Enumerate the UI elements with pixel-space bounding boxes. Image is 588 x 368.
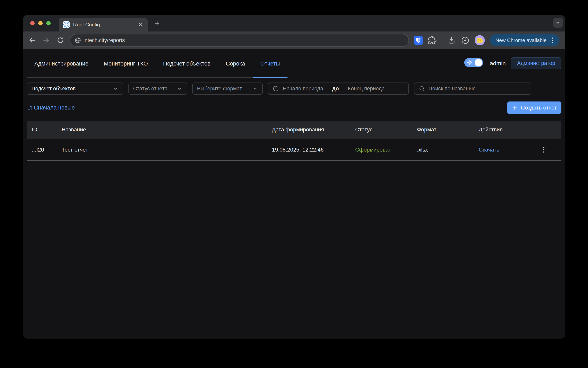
browser-tabstrip: Root Config (23, 15, 565, 31)
user-role-badge[interactable]: Администратор (511, 57, 561, 69)
tab-search-chevron-button[interactable] (553, 18, 563, 28)
app-header: Администрирование Мониторинг ТКО Подсчет… (27, 49, 561, 78)
nav-tab-soroka[interactable]: Сорока (218, 49, 253, 77)
nav-tab-administration[interactable]: Администрирование (27, 49, 96, 77)
nav-tab-monitoring-tko[interactable]: Мониторинг ТКО (96, 49, 156, 77)
avatar-cheese-icon (477, 37, 483, 43)
browser-menu-kebab-icon[interactable] (550, 37, 555, 44)
performance-leaf-icon[interactable] (461, 36, 470, 45)
cell-status: Сформирован (355, 147, 417, 153)
cell-id: ...f20 (27, 147, 62, 153)
col-header-date: Дата формирования (272, 127, 355, 133)
username-label: admin (490, 60, 506, 67)
col-header-actions: Действия (479, 127, 561, 133)
downloads-icon[interactable] (447, 36, 456, 45)
url-text: ntech.city/reports (85, 37, 125, 43)
tab-close-icon[interactable] (138, 22, 144, 28)
report-format-placeholder: Выберите формат (197, 86, 242, 92)
reports-page: Администрирование Мониторинг ТКО Подсчет… (23, 49, 565, 339)
nav-tab-object-count[interactable]: Подсчет объектов (155, 49, 218, 77)
user-area: admin Администратор (464, 49, 561, 78)
search-input[interactable]: Поиск по названию (414, 83, 531, 95)
back-button[interactable] (27, 36, 37, 45)
actions-row: Сначала новые Создать отчет (27, 101, 561, 114)
toggle-knob (475, 59, 482, 66)
chevron-down-icon (252, 86, 258, 92)
report-type-select[interactable]: Подсчет объектов (27, 83, 123, 95)
forward-button[interactable] (42, 36, 51, 45)
cell-date: 19.08.2025, 12:22:46 (272, 147, 355, 153)
cell-format: .xlsx (417, 147, 479, 153)
close-window-button[interactable] (30, 21, 35, 25)
col-header-status: Статус (355, 127, 417, 133)
browser-tab[interactable]: Root Config (59, 18, 148, 31)
report-status-select[interactable]: Статус отчёта (128, 83, 187, 95)
chrome-update-label: New Chrome available (495, 37, 547, 43)
tab-favicon-icon (63, 21, 70, 28)
col-header-id: ID (27, 127, 62, 133)
period-end-placeholder[interactable]: Конец периода (348, 86, 385, 92)
plus-icon (512, 105, 518, 111)
sun-icon (467, 60, 472, 65)
app-nav-tabs: Администрирование Мониторинг ТКО Подсчет… (27, 49, 288, 78)
create-report-button[interactable]: Создать отчет (507, 101, 561, 114)
toolbar-extensions-area: New Chrome available (414, 34, 560, 46)
search-placeholder: Поиск по названию (428, 86, 476, 92)
tab-title: Root Config (73, 22, 138, 28)
sort-order-label: Сначала новые (34, 104, 75, 111)
reports-table: ID Название Дата формирования Статус Фор… (27, 121, 561, 161)
row-menu-kebab-icon[interactable] (540, 146, 548, 154)
new-tab-button[interactable] (152, 18, 162, 28)
chevron-down-icon (177, 86, 182, 92)
reload-button[interactable] (56, 36, 65, 45)
user-box: admin Администратор (490, 57, 561, 79)
nav-tab-reports[interactable]: Отчеты (253, 49, 288, 77)
profile-avatar[interactable] (475, 35, 485, 45)
chrome-update-button[interactable]: New Chrome available (490, 34, 560, 46)
cell-actions: Скачать (479, 146, 561, 154)
report-type-value: Подсчет объектов (31, 86, 76, 92)
theme-toggle[interactable] (464, 58, 483, 67)
period-range-picker[interactable]: Начало периода до Конец периода (268, 83, 409, 95)
address-bar[interactable]: ntech.city/reports (70, 34, 409, 46)
site-info-globe-icon[interactable] (74, 37, 81, 44)
clock-icon (273, 85, 279, 92)
create-report-label: Создать отчет (521, 105, 557, 111)
browser-window: Root Config (23, 15, 565, 339)
period-start-placeholder[interactable]: Начало периода (283, 86, 323, 92)
report-status-placeholder: Статус отчёта (133, 86, 168, 92)
toolbar-separator (442, 36, 442, 44)
col-header-name: Название (62, 127, 272, 133)
col-header-format: Формат (417, 127, 479, 133)
minimize-window-button[interactable] (38, 21, 43, 25)
download-report-link[interactable]: Скачать (479, 147, 499, 153)
sort-order-link[interactable]: Сначала новые (27, 104, 75, 111)
browser-toolbar: ntech.city/reports (23, 31, 565, 49)
zoom-window-button[interactable] (46, 21, 51, 25)
window-controls (23, 21, 51, 25)
filters-row: Подсчет объектов Статус отчёта Выберите … (27, 83, 561, 95)
table-row: ...f20 Тест отчет 19.08.2025, 12:22:46 С… (27, 139, 561, 161)
report-format-select[interactable]: Выберите формат (192, 83, 263, 95)
sort-arrows-icon (27, 104, 33, 111)
period-separator-label: до (332, 86, 339, 92)
extensions-puzzle-icon[interactable] (428, 36, 436, 45)
table-header-row: ID Название Дата формирования Статус Фор… (27, 121, 561, 139)
chevron-down-icon (113, 86, 118, 92)
password-manager-extension-icon[interactable] (414, 36, 423, 45)
search-icon (419, 85, 425, 92)
cell-name: Тест отчет (62, 147, 272, 153)
